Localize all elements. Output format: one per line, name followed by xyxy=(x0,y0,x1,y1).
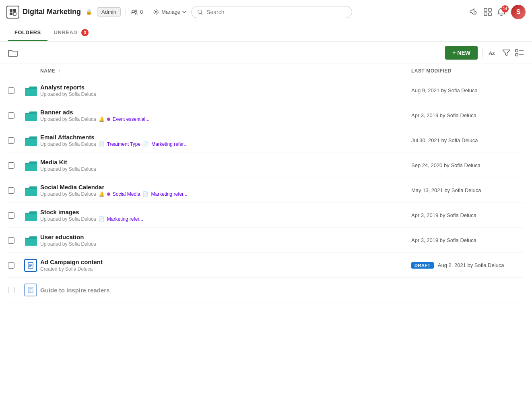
row-type-icon xyxy=(24,185,40,196)
logo-icon xyxy=(6,6,19,19)
row-type-icon xyxy=(24,235,40,246)
row-subtitle: Uploaded by Sofia Deluca 🔔Event essentia… xyxy=(40,116,411,122)
svg-rect-3 xyxy=(13,12,16,15)
search-input[interactable] xyxy=(206,9,346,15)
file-icon xyxy=(24,259,37,272)
doc-icon: 📄 xyxy=(142,191,148,197)
file-table: NAME ↑ LAST MODIFIED Analyst reports Upl… xyxy=(0,64,532,302)
table-rows: Analyst reports Uploaded by Sofia Deluca… xyxy=(8,78,524,302)
row-subtitle: Uploaded by Sofia Deluca xyxy=(40,241,411,247)
row-checkbox[interactable] xyxy=(8,162,24,169)
tab-folders[interactable]: FOLDERS xyxy=(8,25,47,41)
lock-icon: 🔒 xyxy=(86,9,92,15)
row-modified: Apr 3, 2019 by Sofia Deluca xyxy=(411,237,524,243)
modified-date: May 13, 2021 by Sofia Deluca xyxy=(411,187,481,193)
manage-button[interactable]: Manage xyxy=(153,9,186,15)
tag-dot xyxy=(107,193,110,196)
tag-label[interactable]: Marketing refer... xyxy=(151,191,187,197)
row-subtitle: Created by Sofia Deluca xyxy=(40,266,411,272)
folder-icon xyxy=(24,210,38,221)
row-content: Analyst reports Uploaded by Sofia Deluca xyxy=(40,84,411,97)
sort-arrow-icon: ↑ xyxy=(58,68,61,74)
folder-icon xyxy=(24,235,38,246)
table-row[interactable]: Guide to inspire readers xyxy=(8,278,524,302)
row-name: Analyst reports xyxy=(40,84,411,91)
svg-point-4 xyxy=(132,10,134,12)
folder-icon xyxy=(24,160,38,171)
svg-text:Z: Z xyxy=(492,51,495,56)
table-row[interactable]: Social Media Calendar Uploaded by Sofia … xyxy=(8,178,524,203)
tag-dot xyxy=(107,118,110,121)
doc-icon: 📄 xyxy=(99,141,105,147)
workspace-name: Digital Marketing xyxy=(23,8,81,16)
row-subtitle: Uploaded by Sofia Deluca xyxy=(40,166,411,172)
row-name: Email Attachments xyxy=(40,134,411,141)
header-name-col[interactable]: NAME ↑ xyxy=(40,68,411,74)
announcement-button[interactable] xyxy=(469,8,478,16)
folder-icon xyxy=(24,110,38,121)
row-type-icon xyxy=(24,160,40,171)
chevron-down-icon xyxy=(182,11,186,13)
svg-point-5 xyxy=(135,10,137,12)
row-checkbox[interactable] xyxy=(8,137,24,144)
folder-icon xyxy=(24,185,38,196)
row-checkbox[interactable] xyxy=(8,112,24,119)
tag-label[interactable]: Treatment Type xyxy=(107,141,140,147)
tag-label[interactable]: Social Media xyxy=(113,191,140,197)
row-checkbox[interactable] xyxy=(8,87,24,94)
row-checkbox[interactable] xyxy=(8,187,24,194)
header-actions: 14 S xyxy=(469,5,526,19)
row-type-icon xyxy=(24,110,40,121)
unread-badge: 3 xyxy=(81,29,89,36)
row-checkbox[interactable] xyxy=(8,237,24,244)
row-content: Social Media Calendar Uploaded by Sofia … xyxy=(40,184,411,197)
avatar[interactable]: S xyxy=(511,5,526,19)
avatar-initials: S xyxy=(516,8,521,16)
row-checkbox[interactable] xyxy=(8,262,24,269)
new-button[interactable]: + NEW xyxy=(445,46,478,60)
row-content: Stock images Uploaded by Sofia Deluca 📄M… xyxy=(40,209,411,222)
row-modified: Apr 3, 2019 by Sofia Deluca xyxy=(411,112,524,118)
row-checkbox[interactable] xyxy=(8,287,24,293)
row-type-icon xyxy=(24,259,40,272)
members-button[interactable]: 8 xyxy=(131,9,143,15)
row-name: Guide to inspire readers xyxy=(40,287,524,294)
row-content: Email Attachments Uploaded by Sofia Delu… xyxy=(40,134,411,147)
row-content: Guide to inspire readers xyxy=(40,287,524,294)
row-checkbox[interactable] xyxy=(8,212,24,219)
row-type-icon xyxy=(24,135,40,146)
admin-badge[interactable]: Admin xyxy=(97,7,121,17)
doc-icon: 📄 xyxy=(99,216,105,222)
header-modified-col: LAST MODIFIED xyxy=(411,68,524,74)
new-button-label: + NEW xyxy=(452,50,470,56)
modified-date: Sep 24, 2020 by Sofia Deluca xyxy=(411,162,480,168)
row-name: Ad Campaign content xyxy=(40,259,411,265)
notifications-button[interactable]: 14 xyxy=(497,8,505,17)
row-content: Media Kit Uploaded by Sofia Deluca xyxy=(40,159,411,172)
row-modified: Jul 30, 2021 by Sofia Deluca xyxy=(411,137,524,143)
tag-label[interactable]: Marketing refer... xyxy=(151,141,188,147)
filter-button[interactable] xyxy=(502,49,510,56)
folder-icon-button[interactable] xyxy=(8,49,18,57)
row-subtitle: Uploaded by Sofia Deluca 📄Treatment Type… xyxy=(40,141,411,147)
table-row[interactable]: Email Attachments Uploaded by Sofia Delu… xyxy=(8,128,524,153)
svg-rect-10 xyxy=(484,13,487,16)
table-row[interactable]: Analyst reports Uploaded by Sofia Deluca… xyxy=(8,78,524,103)
svg-rect-11 xyxy=(489,13,491,16)
search-bar[interactable] xyxy=(191,6,352,18)
table-row[interactable]: Stock images Uploaded by Sofia Deluca 📄M… xyxy=(8,203,524,228)
row-name: Social Media Calendar xyxy=(40,184,411,190)
modified-date: Aug 2, 2021 by Sofia Deluca xyxy=(438,262,504,268)
table-row[interactable]: Banner ads Uploaded by Sofia Deluca 🔔Eve… xyxy=(8,103,524,128)
sort-az-button[interactable]: A Z xyxy=(488,49,497,57)
tab-unread[interactable]: UNREAD 3 xyxy=(47,24,95,42)
row-content: Banner ads Uploaded by Sofia Deluca 🔔Eve… xyxy=(40,109,411,122)
gear-icon xyxy=(153,9,159,15)
view-toggle-button[interactable] xyxy=(515,49,524,56)
tag-label[interactable]: Marketing refer... xyxy=(107,216,143,222)
table-row[interactable]: User education Uploaded by Sofia Deluca … xyxy=(8,228,524,253)
tag-label[interactable]: Event essential... xyxy=(113,116,149,122)
table-row[interactable]: Media Kit Uploaded by Sofia Deluca Sep 2… xyxy=(8,153,524,178)
grid-button[interactable] xyxy=(484,8,492,16)
table-row[interactable]: Ad Campaign content Created by Sofia Del… xyxy=(8,253,524,278)
